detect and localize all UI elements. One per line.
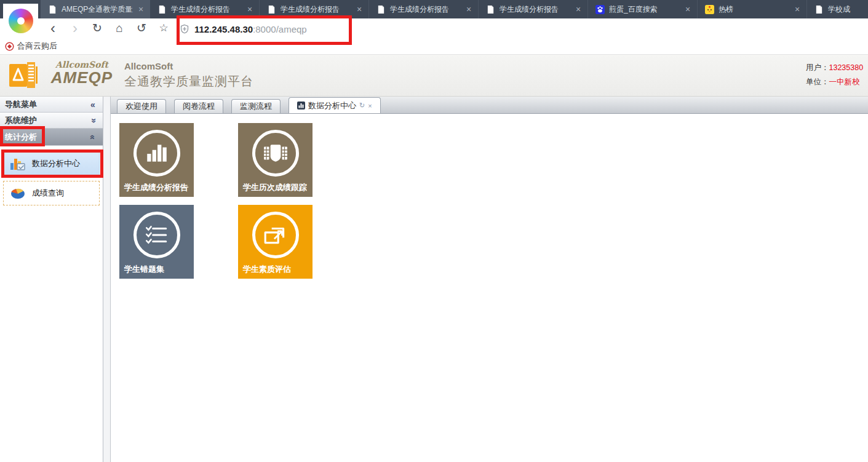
tab-close-icon[interactable]: × bbox=[574, 4, 583, 14]
tile-student-history-tracking[interactable]: 学生历次成绩跟踪 bbox=[238, 123, 313, 197]
address-bar[interactable]: 112.245.48.30:8000/ameqp bbox=[180, 20, 347, 38]
browser-tab-report-4[interactable]: 学生成绩分析报告 × bbox=[479, 0, 588, 18]
browser-tab-baidu[interactable]: 煎蛋_百度搜索 × bbox=[588, 0, 698, 18]
browser-tab-hot[interactable]: 热榜 × bbox=[698, 0, 807, 18]
tile-label: 学生素质评估 bbox=[243, 264, 291, 275]
app-header: AllcomSoft AMEQP AllcomSoft 全通教学质量监测平台 用… bbox=[0, 55, 868, 97]
tile-student-quality-assessment[interactable]: 学生素质评估 bbox=[238, 205, 313, 279]
bookmarks-bar: 合商云购后 bbox=[0, 38, 868, 55]
back-icon[interactable]: ‹ bbox=[44, 19, 62, 38]
home-icon[interactable]: ⌂ bbox=[111, 19, 128, 38]
tab-title: 学生成绩分析报告 bbox=[171, 4, 242, 15]
sidebar-item-data-analysis-center[interactable]: 数据分析中心 bbox=[3, 151, 100, 176]
group-label: 系统维护 bbox=[5, 115, 88, 126]
workspace-tab-label: 欢迎使用 bbox=[125, 101, 157, 112]
tab-close-icon[interactable]: × bbox=[683, 4, 692, 14]
collapse-sidebar-icon[interactable]: « bbox=[88, 100, 98, 110]
workspace-tab-label: 阅卷流程 bbox=[183, 101, 215, 112]
app-title-line1: AllcomSoft bbox=[124, 61, 253, 71]
tab-title: 学生成绩分析报告 bbox=[500, 4, 570, 15]
tile-label: 学生成绩分析报告 bbox=[124, 182, 188, 193]
refresh-icon[interactable]: ↻ bbox=[89, 19, 106, 38]
sidebar-group-stats[interactable]: 统计分析 « bbox=[0, 129, 103, 146]
brand-lockup: AllcomSoft AMEQP bbox=[42, 60, 122, 86]
browser-logo-icon bbox=[9, 9, 33, 33]
pie-chart-icon bbox=[10, 186, 26, 200]
browser-tab-report-2[interactable]: 学生成绩分析报告 × bbox=[260, 0, 369, 18]
sidebar-item-label: 数据分析中心 bbox=[32, 158, 80, 169]
tab-title: 煎蛋_百度搜索 bbox=[609, 4, 680, 15]
browser-tab-school[interactable]: 学校成 bbox=[807, 0, 868, 18]
forward-icon[interactable]: › bbox=[66, 19, 84, 38]
ameqp-logo-icon bbox=[9, 61, 38, 89]
workspace-tab-label: 数据分析中心 bbox=[308, 100, 356, 111]
nav-sidebar: 导航菜单 « 系统维护 « 统计分析 « 数据分析中心 bbox=[0, 97, 103, 462]
app-title: AllcomSoft 全通教学质量监测平台 bbox=[124, 61, 253, 90]
workspace-tab-welcome[interactable]: 欢迎使用 bbox=[117, 99, 166, 113]
browser-tab-report-1[interactable]: 学生成绩分析报告 × bbox=[150, 0, 260, 18]
undo-icon[interactable]: ↺ bbox=[133, 19, 150, 38]
tile-label: 学生历次成绩跟踪 bbox=[243, 182, 307, 193]
page-icon bbox=[267, 5, 276, 14]
chevron-up-icon: « bbox=[88, 132, 98, 142]
workspace: 欢迎使用 阅卷流程 监测流程 数据分析中心 ↻ × bbox=[111, 97, 868, 462]
bar-chart-icon bbox=[10, 156, 26, 171]
checklist-icon bbox=[133, 212, 180, 258]
browser-toolbar: ‹ › ↻ ⌂ ↺ ☆ bbox=[0, 18, 868, 38]
tab-close-icon[interactable]: × bbox=[464, 4, 473, 14]
browser-tab-report-3[interactable]: 学生成绩分析报告 × bbox=[369, 0, 479, 18]
workspace-tab-data-analysis-center[interactable]: 数据分析中心 ↻ × bbox=[289, 97, 381, 113]
brand-name-text: AMEQP bbox=[42, 70, 122, 86]
url-host: 112.245.48.30 bbox=[194, 24, 253, 34]
sidebar-splitter[interactable] bbox=[103, 97, 111, 462]
page-icon bbox=[157, 5, 167, 14]
workspace-tab-strip: 欢迎使用 阅卷流程 监测流程 数据分析中心 ↻ × bbox=[111, 97, 868, 114]
workspace-tab-monitor[interactable]: 监测流程 bbox=[231, 99, 281, 113]
tile-student-score-report[interactable]: 学生成绩分析报告 bbox=[119, 123, 194, 197]
shield-icon bbox=[180, 24, 189, 34]
sidebar-item-score-query[interactable]: 成绩查询 bbox=[3, 181, 100, 205]
export-icon bbox=[252, 212, 299, 258]
browser-tab-bar: AMEQP全通教学质量监 × 学生成绩分析报告 × 学生成绩分析报告 × 学生成… bbox=[0, 0, 868, 18]
url-path: :8000/ameqp bbox=[253, 24, 307, 34]
bookmark-seal-icon bbox=[5, 42, 14, 51]
user-info: 用户：13235380 单位：一中新校 bbox=[806, 61, 868, 89]
workspace-content: 学生成绩分析报告 学 bbox=[111, 114, 868, 462]
tab-close-icon[interactable]: × bbox=[137, 4, 145, 14]
group-label: 统计分析 bbox=[5, 132, 88, 143]
tab-close-icon[interactable]: × bbox=[793, 4, 802, 14]
unit-label: 单位： bbox=[806, 78, 829, 86]
star-icon[interactable]: ☆ bbox=[155, 19, 172, 38]
tab-title: AMEQP全通教学质量监 bbox=[62, 4, 133, 15]
tab-close-icon[interactable]: × bbox=[245, 4, 254, 14]
browser-tab-ameqp[interactable]: AMEQP全通教学质量监 × bbox=[41, 0, 150, 18]
tab-title: 热榜 bbox=[719, 4, 789, 15]
page-icon bbox=[48, 5, 57, 14]
sidebar-item-label: 成绩查询 bbox=[32, 188, 64, 199]
chevron-down-icon: « bbox=[88, 116, 98, 125]
sidebar-group-system[interactable]: 系统维护 « bbox=[0, 113, 103, 129]
sidebar-title: 导航菜单 bbox=[5, 99, 88, 110]
app-title-line2: 全通教学质量监测平台 bbox=[124, 73, 253, 90]
tab-refresh-icon[interactable]: ↻ bbox=[359, 102, 365, 110]
workspace-tab-label: 监测流程 bbox=[240, 101, 272, 112]
sidebar-items: 数据分析中心 成绩查询 bbox=[0, 146, 103, 216]
shield-grid-icon bbox=[252, 130, 299, 177]
bar-chart-icon bbox=[297, 102, 305, 110]
browser-menu-button[interactable] bbox=[3, 4, 38, 38]
workspace-tab-marking[interactable]: 阅卷流程 bbox=[174, 99, 223, 113]
user-value: 13235380 bbox=[829, 63, 864, 72]
tab-close-icon[interactable]: × bbox=[368, 102, 372, 110]
tile-student-error-collection[interactable]: 学生错题集 bbox=[119, 205, 194, 279]
page-icon bbox=[376, 5, 386, 14]
baidu-icon bbox=[595, 5, 605, 14]
hot-icon bbox=[705, 5, 714, 14]
page-icon bbox=[814, 5, 824, 14]
tab-close-icon[interactable]: × bbox=[355, 4, 364, 14]
browser-window: AMEQP全通教学质量监 × 学生成绩分析报告 × 学生成绩分析报告 × 学生成… bbox=[0, 0, 868, 462]
tile-label: 学生错题集 bbox=[124, 264, 164, 275]
tab-title: 学生成绩分析报告 bbox=[390, 4, 461, 15]
page-icon bbox=[486, 5, 495, 14]
bookmark-item[interactable]: 合商云购后 bbox=[17, 41, 57, 52]
tab-title: 学生成绩分析报告 bbox=[281, 4, 351, 15]
